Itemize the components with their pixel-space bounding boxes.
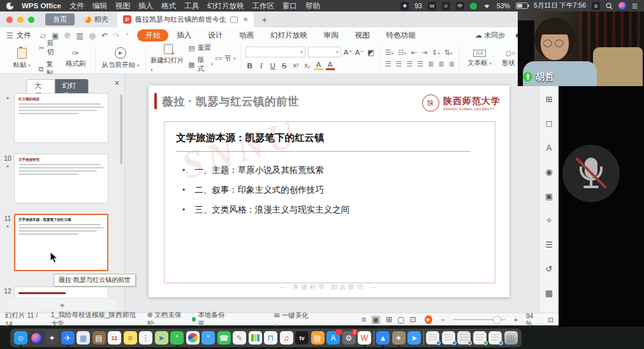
thumbnail-preview[interactable]: 红云镇的综述 — [14, 93, 108, 143]
subscript-button[interactable]: X₂ — [303, 63, 312, 69]
menubar-item[interactable]: 工作区 — [252, 1, 274, 11]
format-painter-button[interactable]: ✑ 格式刷 — [61, 48, 91, 68]
underline-button[interactable]: U — [268, 62, 277, 70]
app-store-icon[interactable]: A — [326, 331, 340, 345]
align-right-icon[interactable]: ☰ — [406, 60, 413, 68]
zoom-knob[interactable] — [493, 316, 501, 324]
slide-11[interactable]: 薇拉 · 凯瑟与红云镇的前世 陕 陕西师范大学 SHAANXI NORMAL U… — [149, 85, 509, 297]
section-button[interactable]: ▭节 ▾ — [215, 54, 235, 63]
slide-thumbnail[interactable]: 12 ★ — [1, 286, 124, 297]
add-slide-button[interactable]: + — [9, 300, 115, 311]
thumbnail-preview[interactable]: 文学旅游研究 — [14, 154, 108, 204]
thumbnail-preview[interactable] — [14, 286, 108, 297]
beautify-icon[interactable]: ✧ — [546, 216, 553, 225]
reminders-icon[interactable]: ⋮ — [139, 331, 152, 345]
object-properties-icon[interactable]: ☰ — [545, 240, 553, 249]
bullet-list-icon[interactable]: ☰▾ — [385, 48, 393, 57]
bold-button[interactable]: B — [245, 62, 254, 70]
menubar-item[interactable]: 帮助 — [305, 1, 320, 11]
decrease-font-button[interactable]: A⁻ — [355, 48, 364, 57]
strikethrough-button[interactable]: S — [280, 62, 289, 70]
books-icon[interactable]: ▤ — [311, 331, 325, 345]
align-left-icon[interactable]: ☰ — [385, 60, 392, 68]
redo-icon[interactable]: ↷ — [113, 31, 120, 40]
contacts-icon[interactable]: ▤ — [92, 331, 106, 345]
keynote-icon[interactable]: ⊓ — [264, 331, 277, 345]
ribbon-tab[interactable]: 设计 — [200, 29, 231, 41]
slideshow-play-button[interactable]: ▶ — [425, 315, 433, 324]
columns-icon[interactable]: ≣ — [438, 60, 444, 68]
minimized-window[interactable] — [442, 331, 455, 345]
sorter-view-icon[interactable]: ⊞ — [386, 315, 392, 324]
play-from-current-button[interactable]: ▶ 从当前开始 ▾ — [100, 47, 141, 70]
ribbon-tab[interactable]: 动画 — [231, 29, 262, 41]
calendar-icon[interactable]: 11 — [108, 331, 121, 345]
ribbon-tab[interactable]: 视图 — [347, 29, 378, 41]
shapes-tool-icon[interactable]: ◻ — [546, 119, 553, 128]
menubar-item[interactable]: 格式 — [161, 1, 176, 11]
protection-status[interactable]: ⊗ 文档未保护 — [147, 311, 184, 329]
content-box[interactable]: 文学旅游本源：凯瑟笔下的红云镇 一、主题：草原小说及其拓荒线索二、叙事：印象主义… — [164, 121, 495, 283]
text-direction-icon[interactable]: ⇅▾ — [444, 48, 453, 57]
sync-status[interactable]: ☁ 未同步 — [475, 31, 505, 40]
file-menu[interactable]: 文件 — [17, 31, 31, 40]
zoom-in-button[interactable]: + — [514, 316, 518, 323]
superscript-button[interactable]: X² — [291, 63, 300, 69]
notes-toggle-icon[interactable]: ≡ — [362, 315, 366, 324]
preview-icon[interactable]: ▦ — [77, 331, 90, 345]
font-size-select[interactable]: ▾ — [308, 47, 341, 57]
zoom-slider[interactable] — [453, 319, 505, 320]
highlight-color-button[interactable]: A — [314, 61, 323, 70]
minimized-window[interactable] — [457, 331, 471, 345]
status-tray-icon[interactable] — [470, 3, 477, 10]
finder-icon[interactable]: ☺ — [14, 331, 27, 345]
layout-button[interactable]: ▦版式 ▾ — [188, 56, 213, 73]
print-preview-icon[interactable]: ◎ — [89, 31, 96, 40]
muted-mic-icon[interactable] — [562, 145, 620, 202]
align-center-icon[interactable]: ☰ — [396, 60, 402, 68]
bullet-item[interactable]: 一、主题：草原小说及其拓荒线索 — [182, 165, 495, 176]
cut-button[interactable]: ✂剪切 — [39, 39, 59, 57]
ribbon-tab[interactable]: 插入 — [168, 29, 200, 41]
dock-separator[interactable] — [374, 331, 374, 345]
input-method-icon[interactable]: 中 — [456, 2, 464, 10]
siri-icon[interactable] — [30, 331, 43, 345]
transfer-app-icon[interactable]: ➤ — [407, 331, 421, 345]
paragraph-more-icon[interactable]: ≣ — [449, 60, 455, 68]
line-spacing-icon[interactable]: ⇕▾ — [432, 48, 440, 57]
template-filename[interactable]: 1_我给母校送模板_陕西师范大学 — [51, 311, 139, 329]
screen-record-icon[interactable]: S — [592, 2, 600, 10]
comment-bubble-icon[interactable] — [230, 17, 238, 23]
new-tab-button[interactable]: + — [261, 15, 267, 25]
smart-assistant-icon[interactable]: ◉ — [545, 167, 552, 177]
present-export-icon[interactable]: ⊡ — [410, 315, 416, 324]
justify-icon[interactable]: ☰ — [417, 60, 423, 68]
home-tab[interactable]: 首页 — [45, 13, 75, 26]
decrease-indent-icon[interactable]: ⇤ — [411, 48, 416, 57]
messages-icon[interactable]: “ — [201, 331, 215, 345]
qat-dropdown-icon[interactable]: ▾ — [126, 31, 128, 40]
photos-icon[interactable] — [186, 331, 200, 345]
menubar-item[interactable]: 视图 — [115, 1, 130, 11]
word-count-icon[interactable]: ❖ — [400, 2, 409, 10]
ribbon-tab[interactable]: 审阅 — [316, 29, 347, 41]
wechat-icon[interactable]: “ — [170, 331, 184, 345]
menubar-item[interactable]: 文件 — [70, 1, 84, 11]
clear-format-icon[interactable]: ◩ — [367, 48, 376, 57]
slide-title[interactable]: 薇拉 · 凯瑟与红云镇的前世 — [162, 94, 299, 109]
ribbon-tab[interactable]: 开始 — [137, 29, 168, 41]
maps-icon[interactable]: ➤ — [155, 331, 168, 345]
paste-button[interactable]: 粘贴 ▾ — [7, 48, 37, 70]
new-slide-button[interactable]: 新建幻灯片 ▾ — [150, 44, 186, 73]
spotlight-icon[interactable] — [606, 3, 613, 10]
minimized-window[interactable] — [488, 331, 502, 345]
launchpad-icon[interactable]: ✦ — [45, 331, 59, 345]
font-color-button[interactable]: A — [326, 61, 335, 70]
history-version-icon[interactable]: ↺ — [546, 264, 553, 274]
slide-thumbnail[interactable]: 11 ★ 文学旅游本源：凯瑟笔下的红云镇 — [1, 214, 124, 271]
bullet-item[interactable]: 三、文类风格：浪漫主义与现实主义之间 — [182, 204, 495, 216]
zoom-percent[interactable]: 94 % — [526, 312, 539, 327]
close-tab-icon[interactable]: ✕ — [243, 16, 248, 23]
reset-button[interactable]: ▤重置 — [188, 43, 213, 52]
w-app-icon[interactable]: W — [428, 2, 436, 10]
